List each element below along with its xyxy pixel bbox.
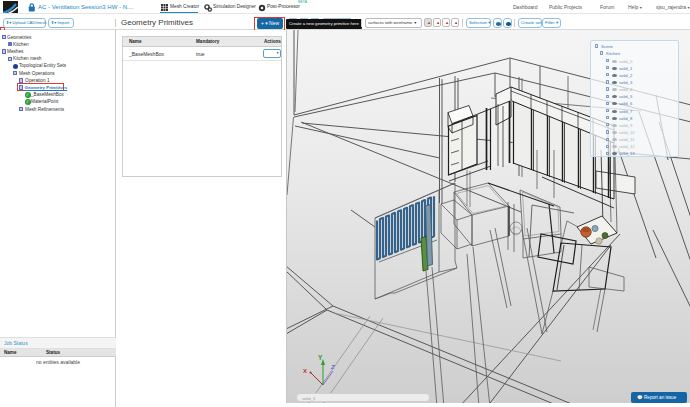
svg-text:Z: Z [330,364,335,370]
svg-text:Y: Y [318,354,323,361]
svg-text:X: X [303,368,307,374]
